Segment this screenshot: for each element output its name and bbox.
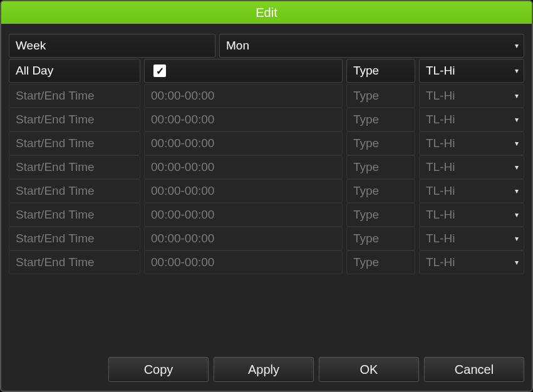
time-row: Start/End Time00:00-00:00TypeTL-Hi▾ (9, 108, 524, 132)
dialog-title: Edit (1, 1, 532, 24)
time-row-type-select[interactable]: TL-Hi▾ (419, 132, 524, 155)
chevron-down-icon: ▾ (515, 91, 519, 100)
week-label: Week (9, 34, 215, 58)
chevron-down-icon: ▾ (515, 187, 519, 195)
time-row-type-select[interactable]: TL-Hi▾ (419, 250, 524, 274)
time-row: Start/End Time00:00-00:00TypeTL-Hi▾ (9, 84, 524, 108)
time-row: Start/End Time00:00-00:00TypeTL-Hi▾ (9, 250, 524, 274)
allday-type-label: Type (346, 59, 415, 83)
copy-button[interactable]: Copy (108, 357, 209, 382)
chevron-down-icon: ▾ (515, 163, 519, 172)
time-row-label: Start/End Time (9, 108, 140, 132)
time-row-label: Start/End Time (9, 203, 140, 227)
time-row-type-select[interactable]: TL-Hi▾ (419, 203, 524, 227)
chevron-down-icon: ▾ (515, 234, 519, 243)
time-row-type-label: Type (346, 227, 415, 250)
time-row-type-label: Type (346, 250, 415, 274)
allday-row: All Day ✓ Type TL-Hi ▾ (9, 59, 524, 83)
time-range-input[interactable]: 00:00-00:00 (144, 179, 343, 203)
apply-button[interactable]: Apply (214, 357, 314, 382)
time-range-input[interactable]: 00:00-00:00 (144, 227, 343, 250)
allday-label: All Day (9, 59, 140, 83)
time-range-input[interactable]: 00:00-00:00 (144, 84, 343, 108)
time-row-type-label: Type (346, 179, 415, 203)
time-row-type-label: Type (346, 84, 415, 108)
time-row-label: Start/End Time (9, 132, 140, 155)
time-row: Start/End Time00:00-00:00TypeTL-Hi▾ (9, 179, 524, 203)
time-row-type-label: Type (346, 203, 415, 227)
time-range-input[interactable]: 00:00-00:00 (144, 155, 343, 179)
chevron-down-icon: ▾ (515, 210, 519, 219)
time-row-type-select[interactable]: TL-Hi▾ (419, 179, 524, 203)
allday-checkbox[interactable]: ✓ (153, 64, 166, 77)
time-range-input[interactable]: 00:00-00:00 (144, 132, 343, 155)
time-row-type-select[interactable]: TL-Hi▾ (419, 227, 524, 250)
time-row: Start/End Time00:00-00:00TypeTL-Hi▾ (9, 132, 524, 155)
time-range-input[interactable]: 00:00-00:00 (144, 203, 343, 227)
time-rows: Start/End Time00:00-00:00TypeTL-Hi▾Start… (9, 84, 524, 274)
time-row-label: Start/End Time (9, 227, 140, 250)
title-text: Edit (256, 6, 277, 20)
chevron-down-icon: ▾ (515, 258, 519, 267)
allday-type-select[interactable]: TL-Hi ▾ (419, 59, 524, 83)
time-row: Start/End Time00:00-00:00TypeTL-Hi▾ (9, 227, 524, 250)
allday-checkbox-cell: ✓ (144, 59, 343, 83)
time-row-type-label: Type (346, 108, 415, 132)
time-row-type-select[interactable]: TL-Hi▾ (419, 155, 524, 179)
cancel-button[interactable]: Cancel (424, 357, 524, 382)
time-range-input[interactable]: 00:00-00:00 (144, 108, 343, 132)
chevron-down-icon: ▾ (515, 115, 519, 124)
dialog-content: Week Mon ▾ All Day ✓ Type TL-Hi ▾ St (1, 24, 532, 351)
time-row-type-label: Type (346, 155, 415, 179)
time-row-label: Start/End Time (9, 250, 140, 274)
time-row-type-select[interactable]: TL-Hi▾ (419, 84, 524, 108)
time-row-label: Start/End Time (9, 155, 140, 179)
chevron-down-icon: ▾ (515, 139, 519, 148)
ok-button[interactable]: OK (319, 357, 419, 382)
time-row-type-select[interactable]: TL-Hi▾ (419, 108, 524, 132)
chevron-down-icon: ▾ (515, 41, 519, 50)
chevron-down-icon: ▾ (515, 66, 519, 75)
time-row: Start/End Time00:00-00:00TypeTL-Hi▾ (9, 155, 524, 179)
time-row-label: Start/End Time (9, 84, 140, 108)
button-bar: Copy Apply OK Cancel (1, 351, 532, 391)
time-range-input[interactable]: 00:00-00:00 (144, 250, 343, 274)
week-row: Week Mon ▾ (9, 34, 524, 58)
time-row-label: Start/End Time (9, 179, 140, 203)
time-row-type-label: Type (346, 132, 415, 155)
week-select[interactable]: Mon ▾ (219, 34, 524, 58)
edit-dialog: Edit Week Mon ▾ All Day ✓ Type TL- (0, 0, 533, 392)
time-row: Start/End Time00:00-00:00TypeTL-Hi▾ (9, 203, 524, 227)
